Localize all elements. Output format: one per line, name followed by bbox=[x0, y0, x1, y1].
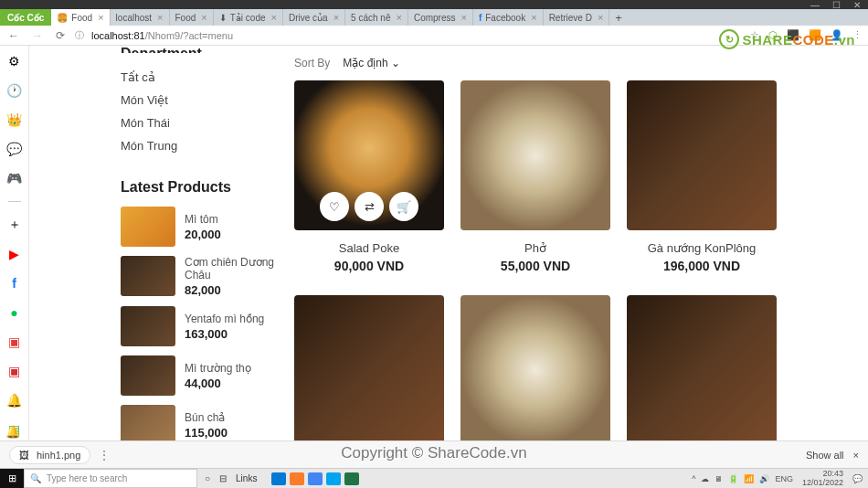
list-item[interactable]: Bún chả115,000 bbox=[121, 405, 285, 440]
search-placeholder: Type here to search bbox=[47, 473, 127, 483]
tab-facebook[interactable]: fFacebook× bbox=[473, 9, 544, 26]
product-card[interactable] bbox=[627, 295, 777, 440]
gear-icon[interactable]: ⚙ bbox=[6, 53, 23, 69]
sharecode-watermark-logo: ↻ SHARECODE.vn bbox=[719, 29, 855, 49]
site-info-icon[interactable]: ⓘ bbox=[75, 29, 84, 42]
window-maximize[interactable]: ☐ bbox=[832, 0, 841, 10]
taskbar-clock[interactable]: 20:43 12/01/2022 bbox=[799, 470, 847, 488]
product-image: ♡ ⇄ 🛒 bbox=[294, 80, 444, 230]
links-label[interactable]: Links bbox=[236, 473, 257, 483]
sort-label: Sort By bbox=[294, 57, 330, 69]
search-icon: 🔍 bbox=[30, 473, 41, 483]
language-indicator[interactable]: ENG bbox=[775, 474, 793, 483]
chevron-down-icon: ⌄ bbox=[391, 57, 400, 69]
product-card[interactable]: ♡ ⇄ 🛒 Salad Poke 90,000 VND bbox=[294, 80, 444, 273]
product-image bbox=[460, 80, 610, 230]
tab-food[interactable]: 🍔Food× bbox=[51, 9, 110, 26]
product-thumb bbox=[121, 405, 175, 440]
product-name: Salad Poke bbox=[294, 241, 444, 255]
cart-icon[interactable]: 🛒 bbox=[389, 192, 418, 221]
product-image bbox=[460, 295, 610, 440]
window-titlebar: — ☐ ✕ bbox=[0, 0, 868, 9]
close-downloads-icon[interactable]: × bbox=[853, 450, 859, 461]
taskbar-app[interactable] bbox=[271, 472, 286, 485]
game-icon[interactable]: 🎮 bbox=[6, 170, 23, 186]
window-minimize[interactable]: — bbox=[810, 0, 820, 10]
download-menu-icon[interactable]: ⋮ bbox=[98, 448, 111, 462]
close-icon[interactable]: × bbox=[98, 12, 103, 23]
taskview-icon[interactable]: ⊟ bbox=[219, 473, 227, 483]
tab-localhost[interactable]: localhost× bbox=[111, 9, 170, 26]
tray-icon[interactable]: 🔋 bbox=[728, 474, 738, 483]
list-item[interactable]: Cơm chiên Dương Châu82,000 bbox=[121, 256, 285, 297]
copyright-watermark: Copyright © ShareCode.vn bbox=[341, 444, 526, 462]
product-card[interactable] bbox=[460, 295, 610, 440]
windows-taskbar: ⊞ 🔍 Type here to search ○ ⊟ Links ^ ☁ 🖥 … bbox=[0, 468, 868, 488]
wifi-icon[interactable]: 📶 bbox=[744, 474, 754, 483]
list-item[interactable]: Yentafo mì hồng163,000 bbox=[121, 306, 285, 346]
category-trung[interactable]: Món Trung bbox=[121, 134, 285, 157]
notification-bell-icon[interactable]: 🔔 bbox=[5, 425, 20, 439]
category-all[interactable]: Tất cả bbox=[121, 66, 285, 89]
list-item[interactable]: Mì trường thọ44,000 bbox=[121, 355, 285, 396]
back-button[interactable]: ← bbox=[5, 29, 22, 42]
product-grid-row2: ShareCode.vn bbox=[294, 295, 777, 440]
messenger-icon[interactable]: 💬 bbox=[6, 141, 23, 157]
product-thumb bbox=[121, 207, 175, 247]
category-viet[interactable]: Món Việt bbox=[121, 89, 285, 111]
tab-taicode[interactable]: ⬇Tải code× bbox=[214, 9, 283, 26]
tray-icon[interactable]: 🖥 bbox=[715, 474, 723, 483]
product-thumb bbox=[121, 306, 175, 346]
show-all-link[interactable]: Show all bbox=[806, 450, 844, 461]
facebook-icon[interactable]: f bbox=[6, 275, 23, 292]
product-image: ShareCode.vn bbox=[294, 295, 444, 440]
tab-drive[interactable]: Drive của× bbox=[283, 9, 345, 26]
latest-products-list: Mì tôm20,000 Cơm chiên Dương Châu82,000 … bbox=[121, 207, 285, 440]
product-price: 55,000 VND bbox=[460, 259, 610, 273]
taskbar-app[interactable] bbox=[308, 472, 323, 485]
window-close[interactable]: ✕ bbox=[853, 0, 861, 10]
category-list: Tất cả Món Việt Món Thái Món Trung bbox=[121, 66, 285, 157]
tray-icon[interactable]: ☁ bbox=[701, 474, 709, 483]
taskbar-app[interactable] bbox=[326, 472, 341, 485]
red-app-icon[interactable]: ▣ bbox=[6, 334, 23, 350]
product-card[interactable]: Phở 55,000 VND bbox=[460, 80, 610, 273]
browser-brand[interactable]: Cốc Cốc bbox=[0, 9, 51, 26]
youtube-icon[interactable]: ▶ bbox=[6, 246, 23, 262]
green-icon[interactable]: ● bbox=[6, 304, 23, 321]
sort-bar: Sort By Mặc định ⌄ bbox=[294, 46, 777, 80]
sort-select[interactable]: Mặc định ⌄ bbox=[343, 57, 400, 69]
department-heading: Department bbox=[121, 46, 285, 53]
volume-icon[interactable]: 🔊 bbox=[759, 474, 769, 483]
heart-icon[interactable]: ♡ bbox=[320, 192, 349, 221]
retweet-icon[interactable]: ⇄ bbox=[355, 192, 384, 221]
product-card[interactable]: ShareCode.vn bbox=[294, 295, 444, 440]
notification-center-icon[interactable]: 💬 bbox=[852, 474, 863, 483]
category-thai[interactable]: Món Thái bbox=[121, 111, 285, 134]
bell-app-icon[interactable]: 🔔 bbox=[6, 392, 23, 408]
tab-food2[interactable]: Food× bbox=[170, 9, 214, 26]
download-item[interactable]: 🖼 hinh1.png bbox=[9, 446, 90, 464]
crown-icon[interactable]: 👑 bbox=[6, 111, 23, 128]
product-card[interactable]: Gà nướng KonPlông 196,000 VND bbox=[627, 80, 777, 273]
red-app-icon2[interactable]: ▣ bbox=[6, 363, 23, 379]
taskbar-app[interactable] bbox=[290, 472, 304, 485]
browser-tabbar: Cốc Cốc 🍔Food× localhost× Food× ⬇Tải cod… bbox=[0, 9, 868, 26]
clock-icon[interactable]: 🕐 bbox=[6, 82, 23, 99]
tab-retrieve[interactable]: Retrieve D× bbox=[544, 9, 610, 26]
tray-chevron-icon[interactable]: ^ bbox=[692, 474, 695, 483]
taskbar-search[interactable]: 🔍 Type here to search bbox=[24, 469, 197, 488]
url-input[interactable]: localhost:81/Nhom9/?act=menu bbox=[91, 30, 743, 41]
product-image bbox=[627, 295, 777, 440]
plus-icon[interactable]: ＋ bbox=[6, 217, 23, 233]
tab-compress[interactable]: Compress× bbox=[408, 9, 473, 26]
taskbar-app[interactable] bbox=[344, 472, 359, 485]
new-tab-button[interactable]: + bbox=[609, 11, 628, 25]
start-button[interactable]: ⊞ bbox=[0, 469, 24, 488]
reload-button[interactable]: ⟳ bbox=[53, 29, 68, 42]
product-thumb bbox=[121, 256, 175, 296]
forward-button[interactable]: → bbox=[29, 29, 46, 42]
cortana-icon[interactable]: ○ bbox=[205, 473, 210, 483]
tab-5cach[interactable]: 5 cách nê× bbox=[345, 9, 408, 26]
list-item[interactable]: Mì tôm20,000 bbox=[121, 207, 285, 247]
